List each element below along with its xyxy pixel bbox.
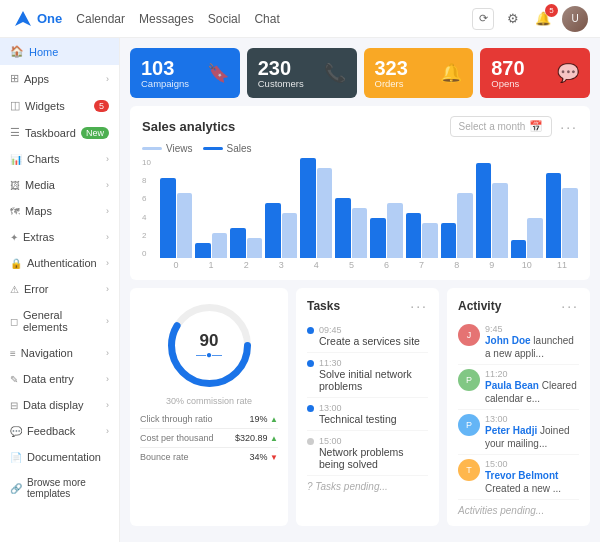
browse-icon: 🔗 bbox=[10, 483, 22, 494]
bar-col-11 bbox=[546, 173, 578, 258]
bar-views-10 bbox=[527, 218, 543, 258]
bar-sales-6 bbox=[370, 218, 386, 258]
sidebar-item-general[interactable]: ◻ General elements › bbox=[0, 302, 119, 340]
bar-sales-8 bbox=[441, 223, 457, 258]
sidebar-item-documentation[interactable]: 📄 Documentation bbox=[0, 444, 119, 470]
bar-views-1 bbox=[212, 233, 228, 258]
widgets-icon: ◫ bbox=[10, 99, 20, 112]
task-time-1: 11:30 bbox=[319, 358, 428, 368]
ctr-value: 19% ▲ bbox=[250, 414, 278, 424]
feedback-icon: 💬 bbox=[10, 426, 22, 437]
task-time-0: 09:45 bbox=[319, 325, 420, 335]
sidebar-item-home[interactable]: 🏠 Home bbox=[0, 38, 119, 65]
nav-social[interactable]: Social bbox=[208, 12, 241, 26]
sidebar-item-extras[interactable]: ✦ Extras › bbox=[0, 224, 119, 250]
nav-chat[interactable]: Chat bbox=[254, 12, 279, 26]
sales-legend-color bbox=[203, 147, 223, 150]
error-icon: ⚠ bbox=[10, 284, 19, 295]
sidebar-item-apps[interactable]: ⊞ Apps › bbox=[0, 65, 119, 92]
select-month[interactable]: Select a month 📅 bbox=[450, 116, 553, 137]
tasks-title: Tasks bbox=[307, 299, 340, 313]
sidebar-item-browse[interactable]: 🔗 Browse more templates bbox=[0, 470, 119, 506]
sidebar-label-charts: Charts bbox=[27, 153, 59, 165]
activity-text-1: Paula Bean Cleared calendar e... bbox=[485, 379, 579, 405]
bar-col-3 bbox=[265, 203, 297, 258]
customers-number: 230 bbox=[258, 58, 304, 78]
activity-more[interactable]: ··· bbox=[561, 298, 579, 314]
chevron-nav: › bbox=[106, 348, 109, 358]
sidebar: 🏠 Home ⊞ Apps › ◫ Widgets 5 ☰ Taskboard … bbox=[0, 38, 120, 542]
sidebar-item-taskboard[interactable]: ☰ Taskboard New bbox=[0, 119, 119, 146]
activity-item-0: J 9:45 John Doe launched a new appli... bbox=[458, 320, 579, 365]
logo-icon bbox=[12, 8, 34, 30]
activity-time-3: 15:00 bbox=[485, 459, 579, 469]
task-item-2: 13:00 Technical testing bbox=[307, 398, 428, 431]
sidebar-label-taskboard: Taskboard bbox=[25, 127, 76, 139]
nav-items: Calendar Messages Social Chat bbox=[76, 12, 472, 26]
bar-chart bbox=[160, 158, 578, 258]
orders-number: 323 bbox=[375, 58, 408, 78]
activity-item-3: T 15:00 Trevor Belmont Created a new ... bbox=[458, 455, 579, 500]
sidebar-item-error[interactable]: ⚠ Error › bbox=[0, 276, 119, 302]
top-nav: One Calendar Messages Social Chat ⟳ ⚙ 🔔 … bbox=[0, 0, 600, 38]
gauge-subtitle: 30% commission rate bbox=[166, 396, 252, 406]
nav-calendar[interactable]: Calendar bbox=[76, 12, 125, 26]
bar-sales-0 bbox=[160, 178, 176, 258]
stat-cards: 103 Campaigns 🔖 230 Customers 📞 323 Orde… bbox=[130, 48, 590, 98]
sidebar-item-feedback[interactable]: 💬 Feedback › bbox=[0, 418, 119, 444]
sidebar-item-media[interactable]: 🖼 Media › bbox=[0, 172, 119, 198]
gauge-stat-bounce: Bounce rate 34% ▼ bbox=[140, 452, 278, 462]
activity-avatar-0: J bbox=[458, 324, 480, 346]
refresh-button[interactable]: ⟳ bbox=[472, 8, 494, 30]
sidebar-label-feedback: Feedback bbox=[27, 425, 75, 437]
customers-icon: 📞 bbox=[324, 62, 346, 84]
bar-views-5 bbox=[352, 208, 368, 258]
bottom-row: 90 —●— 30% commission rate Click through… bbox=[130, 288, 590, 526]
nav-actions: ⟳ ⚙ 🔔 5 U bbox=[472, 6, 588, 32]
navigation-icon: ≡ bbox=[10, 348, 16, 359]
orders-label: Orders bbox=[375, 78, 408, 89]
bar-col-2 bbox=[230, 228, 262, 258]
sidebar-label-datadisplay: Data display bbox=[23, 399, 84, 411]
sidebar-item-datadisplay[interactable]: ⊟ Data display › bbox=[0, 392, 119, 418]
notifications-button[interactable]: 🔔 5 bbox=[532, 8, 554, 30]
bar-sales-2 bbox=[230, 228, 246, 258]
campaigns-label: Campaigns bbox=[141, 78, 189, 89]
orders-icon: 🔔 bbox=[440, 62, 462, 84]
opens-label: Opens bbox=[491, 78, 524, 89]
auth-icon: 🔒 bbox=[10, 258, 22, 269]
bar-views-9 bbox=[492, 183, 508, 258]
logo: One bbox=[12, 8, 62, 30]
analytics-more[interactable]: ··· bbox=[560, 119, 578, 135]
activity-item-2: P 13:00 Peter Hadji Joined your mailing.… bbox=[458, 410, 579, 455]
bounce-label: Bounce rate bbox=[140, 452, 189, 462]
bar-col-9 bbox=[476, 163, 508, 258]
nav-messages[interactable]: Messages bbox=[139, 12, 194, 26]
sidebar-item-auth[interactable]: 🔒 Authentication › bbox=[0, 250, 119, 276]
opens-number: 870 bbox=[491, 58, 524, 78]
activity-avatar-1: P bbox=[458, 369, 480, 391]
sidebar-item-charts[interactable]: 📊 Charts › bbox=[0, 146, 119, 172]
bar-sales-5 bbox=[335, 198, 351, 258]
analytics-box: Sales analytics Select a month 📅 ··· Vie… bbox=[130, 106, 590, 280]
user-avatar[interactable]: U bbox=[562, 6, 588, 32]
task-item-1: 11:30 Solve initial network problems bbox=[307, 353, 428, 398]
activity-title: Activity bbox=[458, 299, 501, 313]
sidebar-item-maps[interactable]: 🗺 Maps › bbox=[0, 198, 119, 224]
settings-button[interactable]: ⚙ bbox=[502, 8, 524, 30]
bar-col-0 bbox=[160, 178, 192, 258]
sidebar-label-navigation: Navigation bbox=[21, 347, 73, 359]
sidebar-label-extras: Extras bbox=[23, 231, 54, 243]
bar-sales-1 bbox=[195, 243, 211, 258]
bar-sales-7 bbox=[406, 213, 422, 258]
bar-sales-4 bbox=[300, 158, 316, 258]
sidebar-item-widgets[interactable]: ◫ Widgets 5 bbox=[0, 92, 119, 119]
activity-pending: Activities pending... bbox=[458, 500, 579, 516]
general-icon: ◻ bbox=[10, 316, 18, 327]
tasks-more[interactable]: ··· bbox=[410, 298, 428, 314]
stat-card-opens: 870 Opens 💬 bbox=[480, 48, 590, 98]
chart-x-labels: 0 1 2 3 4 5 6 7 8 9 10 11 bbox=[160, 258, 578, 270]
bar-views-3 bbox=[282, 213, 298, 258]
sidebar-item-dataentry[interactable]: ✎ Data entry › bbox=[0, 366, 119, 392]
sidebar-item-navigation[interactable]: ≡ Navigation › bbox=[0, 340, 119, 366]
